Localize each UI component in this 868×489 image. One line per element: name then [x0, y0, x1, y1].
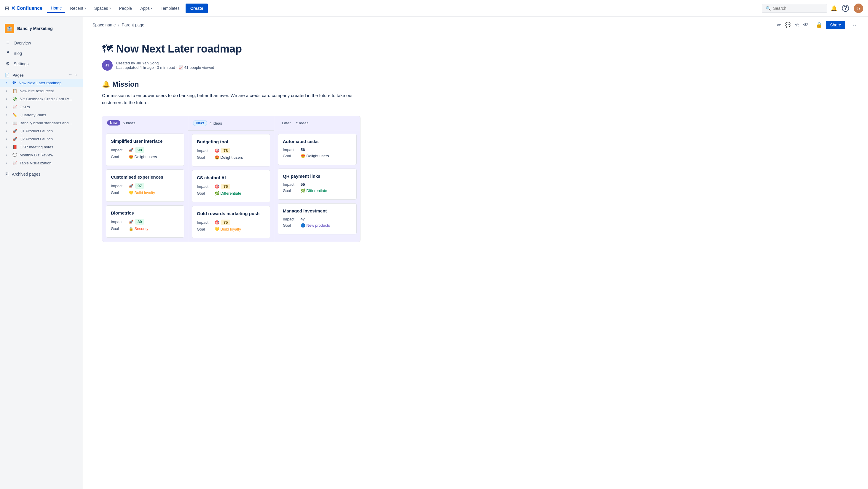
notifications-icon[interactable]: 🔔 — [831, 5, 837, 11]
blog-label: Blog — [13, 51, 22, 56]
nav-spaces[interactable]: Spaces ▾ — [91, 4, 115, 12]
next-ideas-count: 4 ideas — [210, 121, 222, 125]
impact-number: 76 — [221, 184, 230, 189]
help-icon[interactable]: ? — [842, 5, 849, 12]
card-gold-rewards[interactable]: Gold rewards marketing push Impact 🎯 75 … — [192, 206, 270, 238]
column-now-header: Now 5 ideas — [102, 116, 188, 130]
sidebar-page-quarterly[interactable]: • ✏️ Quarterly Plans — [0, 111, 83, 119]
goal-value: 🔒 Security — [129, 226, 149, 231]
page-emoji: ✏️ — [12, 113, 17, 117]
sidebar-page-okr-notes[interactable]: • 📕 OKR meeting notes — [0, 143, 83, 151]
goal-value: 🌿 Differentiate — [301, 189, 327, 193]
sidebar-item-overview[interactable]: ≡ Overview — [0, 38, 83, 48]
overview-icon: ≡ — [5, 40, 11, 46]
card-automated-tasks[interactable]: Automated tasks Impact 56 Goal 😍 Delight… — [278, 134, 356, 165]
sidebar-page-q1[interactable]: › 🚀 Q1 Product Launch — [0, 127, 83, 135]
goal-value: 💛 Build loyalty — [129, 191, 155, 195]
impact-emoji: 🚀 — [129, 148, 133, 152]
comment-icon[interactable]: 💬 — [785, 22, 791, 28]
create-button[interactable]: Create — [186, 4, 208, 13]
sidebar-page-q2[interactable]: › 🚀 Q2 Product Launch — [0, 135, 83, 143]
card-impact-row: Impact 55 — [283, 182, 351, 186]
confluence-wordmark: Confluence — [17, 6, 42, 11]
overview-label: Overview — [13, 41, 31, 46]
pages-actions: ··· ＋ — [69, 73, 78, 78]
pages-more-icon[interactable]: ··· — [69, 73, 72, 78]
card-managed-investment[interactable]: Managed investment Impact 47 Goal 🔵 New … — [278, 203, 356, 234]
archived-pages[interactable]: 🗄 Archived pages — [0, 169, 83, 179]
sidebar-page-cashback[interactable]: › 💸 5% Cashback Credit Card Pr... — [0, 95, 83, 103]
expand-icon: › — [6, 105, 10, 109]
star-icon[interactable]: ☆ — [795, 22, 800, 28]
breadcrumb-parent[interactable]: Parent page — [122, 23, 144, 27]
card-cs-chatbot[interactable]: CS chatbot AI Impact 🎯 76 Goal 🌿 Differe… — [192, 170, 270, 202]
mission-title: 🔔 Mission — [102, 80, 361, 88]
expand-icon: • — [6, 81, 10, 85]
search-icon: 🔍 — [766, 6, 771, 11]
nav-people[interactable]: People — [116, 4, 136, 12]
separator — [812, 21, 812, 28]
top-navigation: ⊞ ✕ Confluence Home Recent ▾ Spaces ▾ Pe… — [0, 0, 868, 17]
sidebar-page-brand[interactable]: • 📖 Banc.ly brand standards and... — [0, 119, 83, 127]
sidebar-item-settings[interactable]: ⚙ Settings — [0, 58, 83, 69]
card-impact-row: Impact 🚀 98 — [111, 147, 179, 153]
author-avatar: JY — [102, 60, 113, 70]
page-meta: JY Created by Jie Yan Song Last updated … — [102, 60, 361, 70]
column-now: Now 5 ideas Simplified user interface Im… — [102, 116, 188, 242]
impact-value: 🚀 80 — [129, 219, 144, 225]
card-simplified-ui[interactable]: Simplified user interface Impact 🚀 98 Go… — [106, 134, 184, 166]
breadcrumb-space[interactable]: Space name — [92, 23, 116, 27]
sidebar-page-roadmap[interactable]: • 🗺 Now Next Later roadmap — [0, 79, 83, 87]
page-emoji: 🚀 — [12, 137, 17, 141]
search-box[interactable]: 🔍 — [762, 4, 827, 13]
logo-area[interactable]: ⊞ ✕ Confluence — [5, 5, 42, 11]
lock-icon[interactable]: 🔒 — [816, 22, 823, 28]
impact-number: 47 — [301, 217, 305, 221]
share-button[interactable]: Share — [826, 21, 845, 29]
nav-apps[interactable]: Apps ▾ — [137, 4, 156, 12]
impact-label: Impact — [283, 182, 301, 186]
goal-label: Goal — [283, 189, 301, 193]
impact-label: Impact — [111, 148, 129, 152]
impact-number: 55 — [301, 182, 305, 186]
meta-info: Created by Jie Yan Song Last updated 4 h… — [116, 61, 214, 70]
card-impact-row: Impact 🚀 97 — [111, 183, 179, 189]
watch-icon[interactable]: 👁 — [803, 22, 808, 28]
more-actions-icon[interactable]: ··· — [849, 20, 859, 29]
sidebar-item-blog[interactable]: ❝ Blog ＋ — [0, 48, 83, 58]
impact-number: 75 — [221, 220, 230, 225]
space-icon: 🏦 — [5, 24, 14, 33]
card-customised-exp[interactable]: Customised experiences Impact 🚀 97 Goal … — [106, 169, 184, 202]
sidebar-page-new-hire[interactable]: › 📋 New hire resources! — [0, 87, 83, 95]
space-header[interactable]: 🏦 Banc.ly Marketing — [0, 21, 83, 38]
sidebar-page-okrs[interactable]: › 📈 OKRs — [0, 103, 83, 111]
page-label: OKR meeting notes — [20, 145, 78, 149]
card-title: Managed investment — [283, 208, 351, 213]
search-input[interactable] — [773, 6, 823, 11]
card-goal-row: Goal 🔵 New products — [283, 223, 351, 228]
roadmap-grid: Now 5 ideas Simplified user interface Im… — [102, 116, 361, 242]
goal-value: 😍 Delight users — [215, 155, 243, 160]
card-budgeting-tool[interactable]: Budgeting tool Impact 🎯 78 Goal 😍 Deligh… — [192, 134, 270, 167]
page-title-area: 🗺 Now Next Later roadmap — [102, 43, 361, 55]
expand-icon: • — [6, 145, 10, 149]
pages-section: 📄 Pages ··· ＋ — [0, 69, 83, 79]
sidebar-page-table[interactable]: • 📈 Table Visualization — [0, 159, 83, 167]
grid-icon[interactable]: ⊞ — [5, 5, 9, 11]
breadcrumb: Space name / Parent page — [92, 23, 144, 27]
impact-number: 56 — [301, 147, 305, 152]
edit-icon[interactable]: ✏ — [777, 22, 781, 28]
nav-home[interactable]: Home — [47, 4, 65, 13]
user-avatar[interactable]: JY — [854, 4, 863, 13]
goal-label: Goal — [111, 226, 129, 231]
goal-label: Goal — [197, 155, 215, 160]
sidebar-page-monthly[interactable]: • 💬 Monthly Biz Review — [0, 151, 83, 159]
card-title: Biometrics — [111, 210, 179, 215]
pages-add-icon[interactable]: ＋ — [74, 73, 78, 78]
nav-recent[interactable]: Recent ▾ — [66, 4, 89, 12]
card-impact-row: Impact 56 — [283, 147, 351, 152]
nav-templates[interactable]: Templates — [157, 4, 183, 12]
card-biometrics[interactable]: Biometrics Impact 🚀 80 Goal 🔒 Security — [106, 205, 184, 238]
later-badge: Later — [279, 120, 294, 126]
card-qr-payment[interactable]: QR payment links Impact 55 Goal 🌿 Differ… — [278, 169, 356, 200]
